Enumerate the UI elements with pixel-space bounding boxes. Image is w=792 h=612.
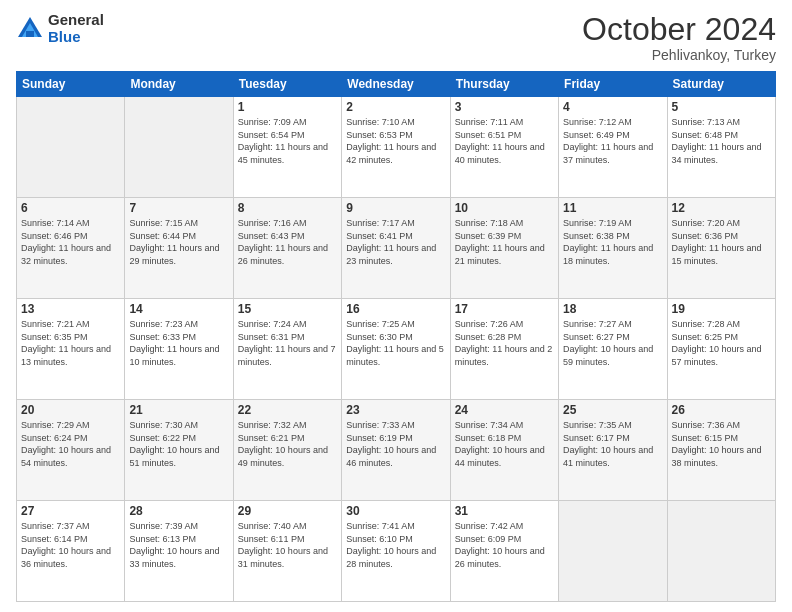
calendar-week-row: 6Sunrise: 7:14 AMSunset: 6:46 PMDaylight…: [17, 198, 776, 299]
day-info: Sunrise: 7:35 AMSunset: 6:17 PMDaylight:…: [563, 419, 662, 469]
table-row: 22Sunrise: 7:32 AMSunset: 6:21 PMDayligh…: [233, 400, 341, 501]
day-number: 17: [455, 302, 554, 316]
day-number: 25: [563, 403, 662, 417]
page: General Blue October 2024 Pehlivankoy, T…: [0, 0, 792, 612]
day-info: Sunrise: 7:17 AMSunset: 6:41 PMDaylight:…: [346, 217, 445, 267]
day-info: Sunrise: 7:40 AMSunset: 6:11 PMDaylight:…: [238, 520, 337, 570]
day-number: 28: [129, 504, 228, 518]
header: General Blue October 2024 Pehlivankoy, T…: [16, 12, 776, 63]
day-number: 10: [455, 201, 554, 215]
day-number: 13: [21, 302, 120, 316]
logo-blue: Blue: [48, 29, 104, 46]
day-info: Sunrise: 7:20 AMSunset: 6:36 PMDaylight:…: [672, 217, 771, 267]
header-row: Sunday Monday Tuesday Wednesday Thursday…: [17, 72, 776, 97]
table-row: 19Sunrise: 7:28 AMSunset: 6:25 PMDayligh…: [667, 299, 775, 400]
month-title: October 2024: [582, 12, 776, 47]
day-info: Sunrise: 7:30 AMSunset: 6:22 PMDaylight:…: [129, 419, 228, 469]
table-row: 14Sunrise: 7:23 AMSunset: 6:33 PMDayligh…: [125, 299, 233, 400]
day-number: 31: [455, 504, 554, 518]
day-number: 27: [21, 504, 120, 518]
table-row: 9Sunrise: 7:17 AMSunset: 6:41 PMDaylight…: [342, 198, 450, 299]
day-number: 29: [238, 504, 337, 518]
table-row: 18Sunrise: 7:27 AMSunset: 6:27 PMDayligh…: [559, 299, 667, 400]
day-info: Sunrise: 7:36 AMSunset: 6:15 PMDaylight:…: [672, 419, 771, 469]
day-info: Sunrise: 7:23 AMSunset: 6:33 PMDaylight:…: [129, 318, 228, 368]
table-row: 11Sunrise: 7:19 AMSunset: 6:38 PMDayligh…: [559, 198, 667, 299]
table-row: 2Sunrise: 7:10 AMSunset: 6:53 PMDaylight…: [342, 97, 450, 198]
logo-general: General: [48, 12, 104, 29]
table-row: 6Sunrise: 7:14 AMSunset: 6:46 PMDaylight…: [17, 198, 125, 299]
day-info: Sunrise: 7:24 AMSunset: 6:31 PMDaylight:…: [238, 318, 337, 368]
day-number: 26: [672, 403, 771, 417]
day-number: 7: [129, 201, 228, 215]
day-number: 15: [238, 302, 337, 316]
table-row: [559, 501, 667, 602]
col-tuesday: Tuesday: [233, 72, 341, 97]
title-area: October 2024 Pehlivankoy, Turkey: [582, 12, 776, 63]
table-row: 20Sunrise: 7:29 AMSunset: 6:24 PMDayligh…: [17, 400, 125, 501]
calendar: Sunday Monday Tuesday Wednesday Thursday…: [16, 71, 776, 602]
table-row: 3Sunrise: 7:11 AMSunset: 6:51 PMDaylight…: [450, 97, 558, 198]
day-number: 5: [672, 100, 771, 114]
day-number: 2: [346, 100, 445, 114]
day-info: Sunrise: 7:21 AMSunset: 6:35 PMDaylight:…: [21, 318, 120, 368]
day-info: Sunrise: 7:27 AMSunset: 6:27 PMDaylight:…: [563, 318, 662, 368]
table-row: [667, 501, 775, 602]
day-info: Sunrise: 7:26 AMSunset: 6:28 PMDaylight:…: [455, 318, 554, 368]
day-number: 20: [21, 403, 120, 417]
table-row: 30Sunrise: 7:41 AMSunset: 6:10 PMDayligh…: [342, 501, 450, 602]
table-row: 7Sunrise: 7:15 AMSunset: 6:44 PMDaylight…: [125, 198, 233, 299]
day-number: 24: [455, 403, 554, 417]
day-number: 6: [21, 201, 120, 215]
day-info: Sunrise: 7:34 AMSunset: 6:18 PMDaylight:…: [455, 419, 554, 469]
day-info: Sunrise: 7:37 AMSunset: 6:14 PMDaylight:…: [21, 520, 120, 570]
table-row: 1Sunrise: 7:09 AMSunset: 6:54 PMDaylight…: [233, 97, 341, 198]
col-saturday: Saturday: [667, 72, 775, 97]
day-number: 16: [346, 302, 445, 316]
table-row: 15Sunrise: 7:24 AMSunset: 6:31 PMDayligh…: [233, 299, 341, 400]
table-row: 29Sunrise: 7:40 AMSunset: 6:11 PMDayligh…: [233, 501, 341, 602]
table-row: 4Sunrise: 7:12 AMSunset: 6:49 PMDaylight…: [559, 97, 667, 198]
subtitle: Pehlivankoy, Turkey: [582, 47, 776, 63]
table-row: 12Sunrise: 7:20 AMSunset: 6:36 PMDayligh…: [667, 198, 775, 299]
day-info: Sunrise: 7:42 AMSunset: 6:09 PMDaylight:…: [455, 520, 554, 570]
table-row: 8Sunrise: 7:16 AMSunset: 6:43 PMDaylight…: [233, 198, 341, 299]
table-row: 17Sunrise: 7:26 AMSunset: 6:28 PMDayligh…: [450, 299, 558, 400]
day-info: Sunrise: 7:33 AMSunset: 6:19 PMDaylight:…: [346, 419, 445, 469]
day-number: 22: [238, 403, 337, 417]
day-info: Sunrise: 7:41 AMSunset: 6:10 PMDaylight:…: [346, 520, 445, 570]
col-sunday: Sunday: [17, 72, 125, 97]
calendar-week-row: 1Sunrise: 7:09 AMSunset: 6:54 PMDaylight…: [17, 97, 776, 198]
svg-rect-2: [26, 31, 34, 37]
table-row: [125, 97, 233, 198]
table-row: 21Sunrise: 7:30 AMSunset: 6:22 PMDayligh…: [125, 400, 233, 501]
table-row: 16Sunrise: 7:25 AMSunset: 6:30 PMDayligh…: [342, 299, 450, 400]
day-info: Sunrise: 7:14 AMSunset: 6:46 PMDaylight:…: [21, 217, 120, 267]
day-number: 30: [346, 504, 445, 518]
day-number: 1: [238, 100, 337, 114]
col-wednesday: Wednesday: [342, 72, 450, 97]
day-info: Sunrise: 7:18 AMSunset: 6:39 PMDaylight:…: [455, 217, 554, 267]
day-info: Sunrise: 7:25 AMSunset: 6:30 PMDaylight:…: [346, 318, 445, 368]
table-row: 28Sunrise: 7:39 AMSunset: 6:13 PMDayligh…: [125, 501, 233, 602]
day-info: Sunrise: 7:28 AMSunset: 6:25 PMDaylight:…: [672, 318, 771, 368]
day-info: Sunrise: 7:12 AMSunset: 6:49 PMDaylight:…: [563, 116, 662, 166]
logo: General Blue: [16, 12, 104, 45]
day-number: 14: [129, 302, 228, 316]
day-number: 18: [563, 302, 662, 316]
calendar-week-row: 20Sunrise: 7:29 AMSunset: 6:24 PMDayligh…: [17, 400, 776, 501]
logo-text: General Blue: [48, 12, 104, 45]
calendar-week-row: 13Sunrise: 7:21 AMSunset: 6:35 PMDayligh…: [17, 299, 776, 400]
day-info: Sunrise: 7:32 AMSunset: 6:21 PMDaylight:…: [238, 419, 337, 469]
table-row: 24Sunrise: 7:34 AMSunset: 6:18 PMDayligh…: [450, 400, 558, 501]
day-number: 23: [346, 403, 445, 417]
table-row: 26Sunrise: 7:36 AMSunset: 6:15 PMDayligh…: [667, 400, 775, 501]
table-row: [17, 97, 125, 198]
table-row: 31Sunrise: 7:42 AMSunset: 6:09 PMDayligh…: [450, 501, 558, 602]
calendar-week-row: 27Sunrise: 7:37 AMSunset: 6:14 PMDayligh…: [17, 501, 776, 602]
table-row: 23Sunrise: 7:33 AMSunset: 6:19 PMDayligh…: [342, 400, 450, 501]
table-row: 25Sunrise: 7:35 AMSunset: 6:17 PMDayligh…: [559, 400, 667, 501]
day-number: 11: [563, 201, 662, 215]
day-info: Sunrise: 7:16 AMSunset: 6:43 PMDaylight:…: [238, 217, 337, 267]
day-number: 3: [455, 100, 554, 114]
